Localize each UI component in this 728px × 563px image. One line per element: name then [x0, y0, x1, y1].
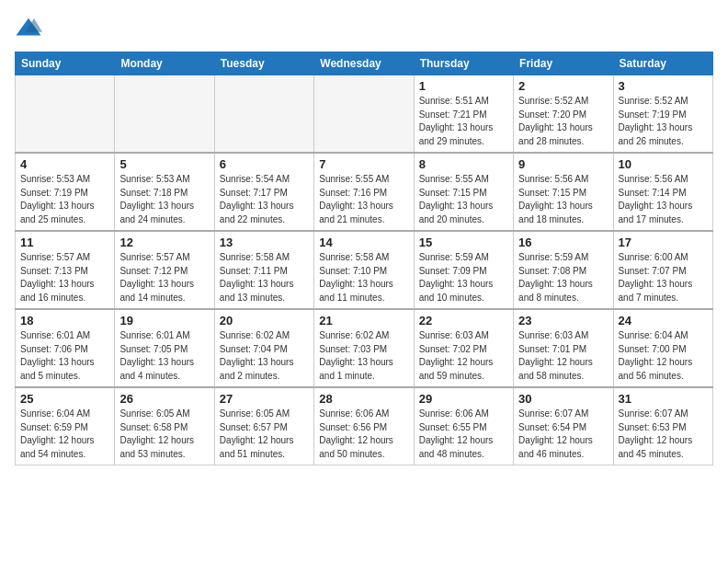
calendar-cell: 13Sunrise: 5:58 AM Sunset: 7:11 PM Dayli… — [214, 231, 313, 309]
day-info: Sunrise: 6:02 AM Sunset: 7:03 PM Dayligh… — [319, 329, 408, 383]
calendar-header-monday: Monday — [115, 52, 214, 75]
calendar-cell: 7Sunrise: 5:55 AM Sunset: 7:16 PM Daylig… — [314, 153, 414, 231]
day-number: 10 — [619, 157, 708, 171]
day-number: 14 — [319, 236, 408, 249]
day-info: Sunrise: 5:53 AM Sunset: 7:19 PM Dayligh… — [20, 173, 109, 226]
day-number: 5 — [119, 157, 209, 171]
day-number: 16 — [518, 236, 608, 249]
calendar-cell: 21Sunrise: 6:02 AM Sunset: 7:03 PM Dayli… — [314, 309, 414, 387]
day-info: Sunrise: 5:53 AM Sunset: 7:18 PM Dayligh… — [119, 173, 209, 226]
day-info: Sunrise: 5:58 AM Sunset: 7:10 PM Dayligh… — [319, 251, 408, 304]
calendar-cell: 20Sunrise: 6:02 AM Sunset: 7:04 PM Dayli… — [214, 309, 313, 387]
day-number: 30 — [518, 392, 608, 406]
calendar-cell: 22Sunrise: 6:03 AM Sunset: 7:02 PM Dayli… — [414, 309, 513, 387]
day-number: 19 — [119, 314, 209, 327]
calendar-cell — [115, 75, 214, 154]
day-number: 29 — [419, 392, 508, 406]
calendar-cell: 5Sunrise: 5:53 AM Sunset: 7:18 PM Daylig… — [115, 153, 214, 231]
calendar-header-row: SundayMondayTuesdayWednesdayThursdayFrid… — [16, 52, 713, 75]
day-info: Sunrise: 6:03 AM Sunset: 7:01 PM Dayligh… — [518, 329, 608, 383]
logo-icon — [15, 15, 42, 42]
day-number: 22 — [419, 314, 508, 327]
calendar-cell: 10Sunrise: 5:56 AM Sunset: 7:14 PM Dayli… — [613, 153, 712, 231]
calendar-table: SundayMondayTuesdayWednesdayThursdayFrid… — [15, 52, 713, 465]
day-info: Sunrise: 5:57 AM Sunset: 7:12 PM Dayligh… — [119, 251, 209, 304]
calendar-cell: 17Sunrise: 6:00 AM Sunset: 7:07 PM Dayli… — [613, 231, 712, 309]
calendar-week-row: 11Sunrise: 5:57 AM Sunset: 7:13 PM Dayli… — [16, 231, 713, 309]
day-number: 11 — [20, 236, 109, 249]
day-info: Sunrise: 6:04 AM Sunset: 6:59 PM Dayligh… — [20, 408, 109, 461]
calendar-cell: 8Sunrise: 5:55 AM Sunset: 7:15 PM Daylig… — [414, 153, 513, 231]
calendar-cell: 4Sunrise: 5:53 AM Sunset: 7:19 PM Daylig… — [16, 153, 115, 231]
day-info: Sunrise: 6:01 AM Sunset: 7:06 PM Dayligh… — [20, 329, 109, 383]
calendar-week-row: 25Sunrise: 6:04 AM Sunset: 6:59 PM Dayli… — [16, 387, 713, 465]
calendar-cell: 1Sunrise: 5:51 AM Sunset: 7:21 PM Daylig… — [414, 75, 513, 154]
day-number: 17 — [619, 236, 708, 249]
day-number: 25 — [20, 392, 109, 406]
calendar-cell: 12Sunrise: 5:57 AM Sunset: 7:12 PM Dayli… — [115, 231, 214, 309]
calendar-cell: 2Sunrise: 5:52 AM Sunset: 7:20 PM Daylig… — [514, 75, 613, 154]
day-number: 21 — [319, 314, 408, 327]
day-number: 26 — [119, 392, 209, 406]
calendar-cell: 25Sunrise: 6:04 AM Sunset: 6:59 PM Dayli… — [16, 387, 115, 465]
calendar-cell: 26Sunrise: 6:05 AM Sunset: 6:58 PM Dayli… — [115, 387, 214, 465]
calendar-header-thursday: Thursday — [414, 52, 513, 75]
day-info: Sunrise: 5:56 AM Sunset: 7:14 PM Dayligh… — [619, 173, 708, 226]
day-info: Sunrise: 6:06 AM Sunset: 6:56 PM Dayligh… — [319, 408, 408, 461]
day-info: Sunrise: 6:07 AM Sunset: 6:53 PM Dayligh… — [619, 408, 708, 461]
day-info: Sunrise: 5:51 AM Sunset: 7:21 PM Dayligh… — [419, 95, 508, 148]
calendar-cell: 24Sunrise: 6:04 AM Sunset: 7:00 PM Dayli… — [613, 309, 712, 387]
day-info: Sunrise: 5:59 AM Sunset: 7:08 PM Dayligh… — [518, 251, 608, 304]
calendar-header-tuesday: Tuesday — [214, 52, 313, 75]
day-number: 4 — [20, 157, 109, 171]
day-number: 18 — [20, 314, 109, 327]
day-number: 23 — [518, 314, 608, 327]
calendar-cell: 31Sunrise: 6:07 AM Sunset: 6:53 PM Dayli… — [613, 387, 712, 465]
day-info: Sunrise: 6:03 AM Sunset: 7:02 PM Dayligh… — [419, 329, 508, 383]
calendar-cell: 28Sunrise: 6:06 AM Sunset: 6:56 PM Dayli… — [314, 387, 414, 465]
day-number: 8 — [419, 157, 508, 171]
day-info: Sunrise: 6:04 AM Sunset: 7:00 PM Dayligh… — [619, 329, 708, 383]
day-info: Sunrise: 6:05 AM Sunset: 6:58 PM Dayligh… — [119, 408, 209, 461]
calendar-cell: 30Sunrise: 6:07 AM Sunset: 6:54 PM Dayli… — [514, 387, 613, 465]
calendar-cell: 15Sunrise: 5:59 AM Sunset: 7:09 PM Dayli… — [414, 231, 513, 309]
logo — [15, 15, 46, 42]
calendar-cell: 3Sunrise: 5:52 AM Sunset: 7:19 PM Daylig… — [613, 75, 712, 154]
calendar-cell: 11Sunrise: 5:57 AM Sunset: 7:13 PM Dayli… — [16, 231, 115, 309]
day-number: 7 — [319, 157, 408, 171]
day-info: Sunrise: 5:52 AM Sunset: 7:19 PM Dayligh… — [619, 95, 708, 148]
calendar-cell: 18Sunrise: 6:01 AM Sunset: 7:06 PM Dayli… — [16, 309, 115, 387]
day-info: Sunrise: 6:02 AM Sunset: 7:04 PM Dayligh… — [220, 329, 309, 383]
day-number: 13 — [220, 236, 309, 249]
calendar-cell — [314, 75, 414, 154]
day-info: Sunrise: 5:54 AM Sunset: 7:17 PM Dayligh… — [220, 173, 309, 226]
day-info: Sunrise: 5:55 AM Sunset: 7:15 PM Dayligh… — [419, 173, 508, 226]
day-info: Sunrise: 6:06 AM Sunset: 6:55 PM Dayligh… — [419, 408, 508, 461]
calendar-cell — [214, 75, 313, 154]
day-number: 3 — [619, 79, 708, 93]
day-number: 6 — [220, 157, 309, 171]
day-info: Sunrise: 6:05 AM Sunset: 6:57 PM Dayligh… — [220, 408, 309, 461]
calendar-cell: 19Sunrise: 6:01 AM Sunset: 7:05 PM Dayli… — [115, 309, 214, 387]
calendar-cell: 16Sunrise: 5:59 AM Sunset: 7:08 PM Dayli… — [514, 231, 613, 309]
day-number: 27 — [220, 392, 309, 406]
calendar-week-row: 18Sunrise: 6:01 AM Sunset: 7:06 PM Dayli… — [16, 309, 713, 387]
day-info: Sunrise: 6:00 AM Sunset: 7:07 PM Dayligh… — [619, 251, 708, 304]
day-number: 2 — [518, 79, 608, 93]
calendar-cell — [16, 75, 115, 154]
page-header — [15, 15, 713, 42]
day-number: 28 — [319, 392, 408, 406]
calendar-cell: 9Sunrise: 5:56 AM Sunset: 7:15 PM Daylig… — [514, 153, 613, 231]
day-info: Sunrise: 6:07 AM Sunset: 6:54 PM Dayligh… — [518, 408, 608, 461]
calendar-cell: 6Sunrise: 5:54 AM Sunset: 7:17 PM Daylig… — [214, 153, 313, 231]
calendar-cell: 23Sunrise: 6:03 AM Sunset: 7:01 PM Dayli… — [514, 309, 613, 387]
day-number: 15 — [419, 236, 508, 249]
calendar-cell: 29Sunrise: 6:06 AM Sunset: 6:55 PM Dayli… — [414, 387, 513, 465]
calendar-header-friday: Friday — [514, 52, 613, 75]
day-number: 31 — [619, 392, 708, 406]
calendar-header-sunday: Sunday — [16, 52, 115, 75]
day-info: Sunrise: 6:01 AM Sunset: 7:05 PM Dayligh… — [119, 329, 209, 383]
day-info: Sunrise: 5:57 AM Sunset: 7:13 PM Dayligh… — [20, 251, 109, 304]
calendar-cell: 27Sunrise: 6:05 AM Sunset: 6:57 PM Dayli… — [214, 387, 313, 465]
day-number: 1 — [419, 79, 508, 93]
